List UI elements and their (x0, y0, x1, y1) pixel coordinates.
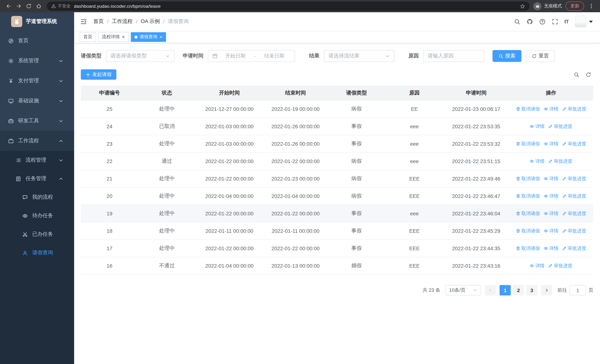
back-button[interactable] (4, 1, 14, 11)
progress-link[interactable]: 审批进度 (548, 123, 572, 130)
breadcrumb-item[interactable]: 首页 (94, 18, 104, 25)
progress-link[interactable]: 审批进度 (548, 263, 572, 269)
cancel-link[interactable]: 取消请假 (516, 176, 540, 182)
leave-type-select[interactable]: 请选择请假类型 (106, 50, 175, 62)
create-leave-button[interactable]: 发起请假 (81, 69, 116, 80)
github-icon[interactable] (527, 18, 533, 25)
reason-placeholder: 请输入原因 (428, 53, 454, 59)
cell-id: 18 (81, 228, 138, 234)
breadcrumb-separator: / (136, 19, 138, 24)
page-size-select[interactable]: 10条/页 (445, 285, 481, 295)
cell-id: 22 (81, 158, 138, 164)
detail-link[interactable]: 详情 (544, 106, 559, 112)
search-button[interactable]: 搜索 (493, 50, 521, 62)
progress-link[interactable]: 审批进度 (562, 176, 586, 182)
close-icon[interactable]: × (159, 35, 162, 39)
reason-input[interactable]: 请输入原因 (423, 50, 484, 62)
reload-button[interactable] (24, 1, 34, 11)
docs-help-icon[interactable] (539, 18, 545, 25)
table-tools (574, 72, 593, 77)
sidebar-item-11[interactable]: 请假查询 (0, 243, 74, 262)
sidebar-item-4[interactable]: 研发工具 (0, 111, 74, 131)
dashboard-icon (8, 38, 14, 44)
page-button-2[interactable]: 2 (513, 285, 524, 295)
progress-link[interactable]: 审批进度 (562, 245, 586, 252)
detail-link[interactable]: 详情 (544, 193, 559, 199)
progress-link[interactable]: 审批进度 (562, 210, 586, 217)
tab-2[interactable]: 请假查询× (131, 32, 166, 42)
table-row: 25处理中2021-12-27 00:00:002022-01-19 00:00… (81, 101, 593, 118)
fullscreen-icon[interactable] (552, 18, 558, 25)
cell-start: 2022-01-22 00:00:00 (196, 158, 263, 164)
home-button[interactable] (34, 1, 44, 11)
header-search-icon[interactable] (514, 18, 520, 25)
detail-link[interactable]: 详情 (530, 123, 544, 130)
breadcrumb-item[interactable]: OA 示例 (141, 18, 160, 25)
cancel-link[interactable]: 取消请假 (516, 193, 540, 199)
sidebar-item-1[interactable]: 系统管理 (0, 51, 74, 71)
sidebar-item-10[interactable]: 已办任务 (0, 225, 74, 243)
tab-label: 首页 (83, 34, 92, 40)
refresh-table-icon[interactable] (586, 72, 591, 77)
next-page-button[interactable] (541, 285, 552, 295)
cell-applied: 2022-01-22 23:53:32 (444, 141, 509, 147)
toggle-search-icon[interactable] (574, 72, 579, 77)
detail-label: 详情 (549, 193, 559, 199)
cancel-link[interactable]: 取消请假 (516, 228, 540, 234)
sidebar-item-7[interactable]: 任务管理 (0, 169, 74, 188)
sidebar-item-2[interactable]: 支付管理 (0, 71, 74, 91)
logo[interactable]: 芋道管理系统 (0, 12, 74, 31)
edit-icon (548, 124, 553, 129)
tab-0[interactable]: 首页 (80, 32, 96, 42)
detail-link[interactable]: 详情 (544, 228, 559, 234)
breadcrumb-item[interactable]: 工作流程 (112, 18, 133, 25)
progress-link[interactable]: 审批进度 (548, 158, 572, 164)
breadcrumb-separator: / (163, 19, 165, 24)
goto-page-input[interactable] (570, 285, 586, 295)
close-icon[interactable]: × (122, 35, 125, 39)
progress-link[interactable]: 审批进度 (562, 228, 586, 234)
bookmark-star-icon[interactable] (520, 3, 525, 9)
detail-link[interactable]: 详情 (544, 176, 559, 182)
tab-1[interactable]: 流程详情× (98, 32, 128, 42)
browser-toolbar: 不安全 dashboard.yudao.iocoder.cn/bpm/oa/le… (0, 0, 600, 12)
address-bar[interactable]: 不安全 dashboard.yudao.iocoder.cn/bpm/oa/le… (47, 1, 530, 11)
result-select[interactable]: 请选择流结果 (324, 50, 394, 62)
forward-button[interactable] (14, 1, 24, 11)
progress-link[interactable]: 审批进度 (562, 193, 586, 199)
sidebar-item-0[interactable]: 首页 (0, 31, 74, 51)
font-size-icon[interactable]: tT (564, 19, 569, 24)
sidebar-item-3[interactable]: 基础设施 (0, 91, 74, 111)
chevron-right-icon (544, 288, 549, 292)
browser-menu-button[interactable] (586, 1, 596, 11)
progress-link[interactable]: 审批进度 (562, 141, 586, 147)
apply-time-range-picker[interactable]: 开始日期 - 结束日期 (208, 50, 295, 62)
security-chip[interactable]: 不安全 (51, 3, 71, 9)
detail-link[interactable]: 详情 (544, 141, 559, 147)
detail-link[interactable]: 详情 (544, 245, 559, 252)
detail-link[interactable]: 详情 (530, 263, 544, 269)
sidebar-item-9[interactable]: 待办任务 (0, 206, 74, 225)
update-button[interactable]: 更新 (565, 1, 584, 11)
edit-icon (562, 211, 567, 216)
cancel-link[interactable]: 取消请假 (516, 245, 540, 252)
hamburger-button[interactable] (80, 18, 87, 25)
page-button-3[interactable]: 3 (526, 285, 537, 295)
progress-link[interactable]: 审批进度 (562, 106, 586, 112)
prev-page-button[interactable] (485, 285, 496, 295)
sidebar-item-6[interactable]: 流程管理 (0, 151, 74, 169)
user-avatar[interactable] (575, 16, 594, 28)
sidebar-item-5[interactable]: 工作流程 (0, 131, 74, 151)
cell-applied: 2022-01-22 23:45:29 (444, 228, 509, 234)
cancel-link[interactable]: 取消请假 (516, 210, 540, 217)
cancel-link[interactable]: 取消请假 (516, 141, 540, 147)
cancel-link[interactable]: 取消请假 (516, 106, 540, 112)
detail-link[interactable]: 详情 (530, 158, 544, 164)
sidebar-item-8[interactable]: 我的流程 (0, 188, 74, 206)
cell-id: 16 (81, 263, 138, 269)
edit-icon (562, 107, 567, 111)
edit-icon (548, 159, 553, 163)
page-button-1[interactable]: 1 (500, 285, 511, 295)
reset-button[interactable]: 重置 (526, 50, 555, 62)
detail-link[interactable]: 详情 (544, 210, 559, 217)
